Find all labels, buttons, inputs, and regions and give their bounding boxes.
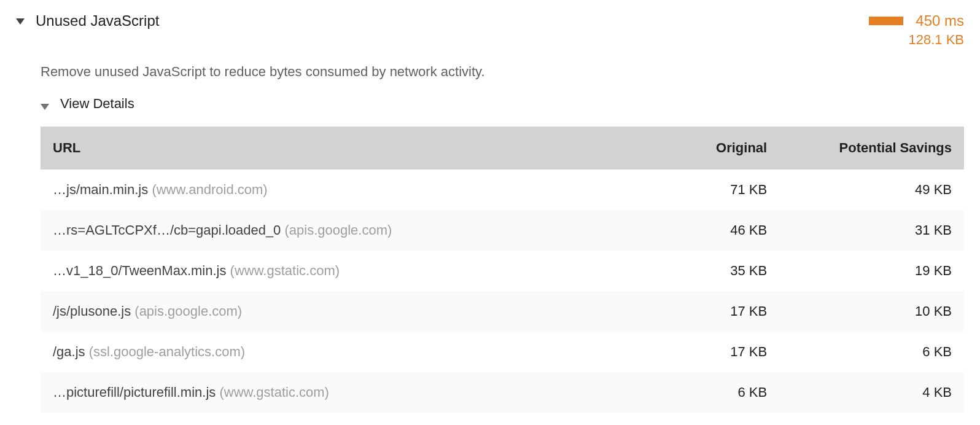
table-row[interactable]: /js/plusone.js (apis.google.com)17 KB10 … xyxy=(41,291,964,332)
cell-savings: 6 KB xyxy=(779,332,964,372)
cell-savings: 19 KB xyxy=(779,251,964,291)
url-host: (www.android.com) xyxy=(152,182,267,197)
savings-bar xyxy=(869,17,903,25)
cell-url: …rs=AGLTcCPXf…/cb=gapi.loaded_0 (apis.go… xyxy=(41,210,650,251)
cell-original: 17 KB xyxy=(650,291,780,332)
cell-savings: 10 KB xyxy=(779,291,964,332)
table-row[interactable]: …js/main.min.js (www.android.com)71 KB49… xyxy=(41,170,964,210)
cell-url: /js/plusone.js (apis.google.com) xyxy=(41,291,650,332)
cell-url: /ga.js (ssl.google-analytics.com) xyxy=(41,332,650,372)
column-header-savings[interactable]: Potential Savings xyxy=(779,127,964,170)
audit-time: 450 ms xyxy=(916,12,964,29)
chevron-down-icon xyxy=(16,18,25,25)
audit-meta: 450 ms 128.1 KB xyxy=(869,12,964,48)
table-header-row: URL Original Potential Savings xyxy=(41,127,964,170)
cell-original: 17 KB xyxy=(650,332,780,372)
url-path: …v1_18_0/TweenMax.min.js xyxy=(53,263,226,278)
audit-meta-top: 450 ms xyxy=(869,12,964,29)
audit-size: 128.1 KB xyxy=(908,32,964,48)
audit-header[interactable]: Unused JavaScript 450 ms 128.1 KB xyxy=(6,12,974,48)
chevron-down-icon xyxy=(41,104,49,110)
cell-original: 35 KB xyxy=(650,251,780,291)
cell-url: …picturefill/picturefill.min.js (www.gst… xyxy=(41,372,650,413)
url-path: …rs=AGLTcCPXf…/cb=gapi.loaded_0 xyxy=(53,222,281,238)
audit-description: Remove unused JavaScript to reduce bytes… xyxy=(6,48,974,96)
details-section: View Details URL Original Potential Savi… xyxy=(6,96,974,413)
url-host: (ssl.google-analytics.com) xyxy=(89,344,245,359)
url-path: /js/plusone.js xyxy=(53,303,131,319)
cell-savings: 49 KB xyxy=(779,170,964,210)
cell-savings: 31 KB xyxy=(779,210,964,251)
url-path: …js/main.min.js xyxy=(53,182,148,197)
column-header-url[interactable]: URL xyxy=(41,127,650,170)
table-row[interactable]: /ga.js (ssl.google-analytics.com)17 KB6 … xyxy=(41,332,964,372)
cell-original: 71 KB xyxy=(650,170,780,210)
url-path: /ga.js xyxy=(53,344,85,359)
url-host: (apis.google.com) xyxy=(284,222,392,238)
table-row[interactable]: …v1_18_0/TweenMax.min.js (www.gstatic.co… xyxy=(41,251,964,291)
details-table: URL Original Potential Savings …js/main.… xyxy=(41,127,964,413)
cell-savings: 4 KB xyxy=(779,372,964,413)
cell-url: …js/main.min.js (www.android.com) xyxy=(41,170,650,210)
audit-title: Unused JavaScript xyxy=(36,12,869,29)
url-host: (apis.google.com) xyxy=(134,303,242,319)
url-path: …picturefill/picturefill.min.js xyxy=(53,384,216,400)
view-details-toggle[interactable]: View Details xyxy=(41,96,964,112)
table-row[interactable]: …picturefill/picturefill.min.js (www.gst… xyxy=(41,372,964,413)
table-row[interactable]: …rs=AGLTcCPXf…/cb=gapi.loaded_0 (apis.go… xyxy=(41,210,964,251)
column-header-original[interactable]: Original xyxy=(650,127,780,170)
view-details-label: View Details xyxy=(60,96,134,112)
cell-url: …v1_18_0/TweenMax.min.js (www.gstatic.co… xyxy=(41,251,650,291)
url-host: (www.gstatic.com) xyxy=(230,263,340,278)
url-host: (www.gstatic.com) xyxy=(219,384,329,400)
cell-original: 6 KB xyxy=(650,372,780,413)
cell-original: 46 KB xyxy=(650,210,780,251)
